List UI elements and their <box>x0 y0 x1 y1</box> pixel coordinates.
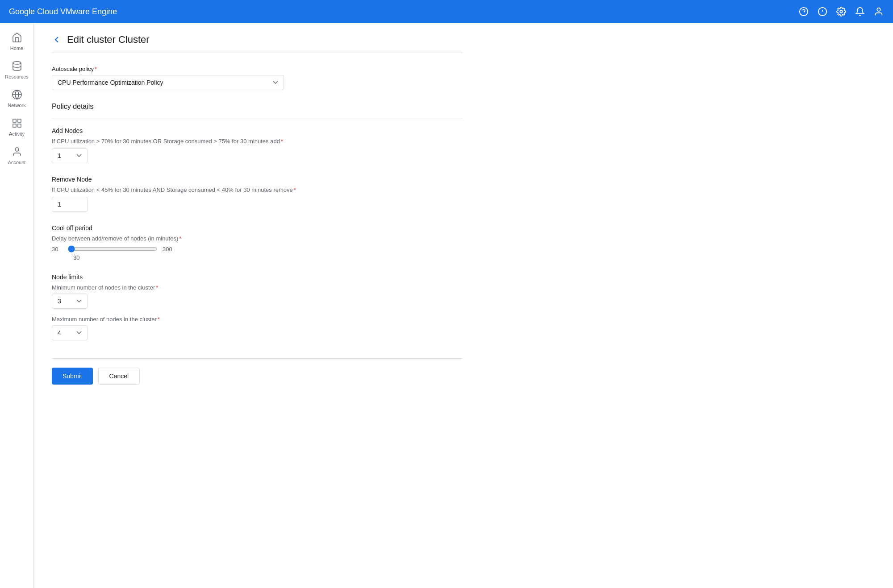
nav-icons <box>798 6 884 17</box>
sidebar-item-network[interactable]: Network <box>0 84 33 112</box>
remove-node-section: Remove Node If CPU utilization < 45% for… <box>52 176 463 212</box>
cool-off-label: Delay between add/remove of nodes (in mi… <box>52 235 463 242</box>
autoscale-select[interactable]: CPU Performance Optimization PolicyStora… <box>52 75 284 90</box>
sidebar-item-activity[interactable]: Activity <box>0 112 33 141</box>
help-icon[interactable] <box>798 6 809 17</box>
policy-details-section: Policy details Add Nodes If CPU utilizat… <box>52 103 463 340</box>
add-nodes-select[interactable]: 12345 <box>52 148 88 163</box>
sidebar-account-label: Account <box>8 160 26 165</box>
whatsnew-icon[interactable] <box>817 6 828 17</box>
max-nodes-label: Maximum number of nodes in the cluster* <box>52 316 463 323</box>
slider-max-label: 300 <box>163 246 173 253</box>
svg-rect-13 <box>13 124 16 127</box>
svg-point-7 <box>13 62 21 64</box>
autoscale-section: Autoscale policy* CPU Performance Optimi… <box>52 66 463 90</box>
min-nodes-select[interactable]: 345678 <box>52 294 88 309</box>
section-divider <box>52 118 463 118</box>
resources-icon <box>11 60 23 72</box>
policy-details-title: Policy details <box>52 103 463 111</box>
sidebar-network-label: Network <box>8 103 25 108</box>
account-icon[interactable] <box>873 6 884 17</box>
max-nodes-select[interactable]: 45678910 <box>52 325 88 340</box>
settings-icon[interactable] <box>836 6 847 17</box>
svg-point-5 <box>840 10 843 13</box>
button-row: Submit Cancel <box>52 358 463 385</box>
main-content: Edit cluster Cluster Autoscale policy* C… <box>34 23 480 395</box>
svg-point-6 <box>877 8 880 11</box>
slider-current-value: 30 <box>73 254 463 261</box>
cancel-button[interactable]: Cancel <box>98 368 140 385</box>
cool-off-title: Cool off period <box>52 224 463 232</box>
sidebar-home-label: Home <box>10 46 23 51</box>
cool-off-slider[interactable] <box>68 245 157 253</box>
sidebar-resources-label: Resources <box>5 74 29 79</box>
svg-rect-11 <box>18 119 21 122</box>
add-nodes-section: Add Nodes If CPU utilization > 70% for 3… <box>52 127 463 163</box>
add-nodes-title: Add Nodes <box>52 127 463 134</box>
max-nodes-group: Maximum number of nodes in the cluster* … <box>52 316 463 340</box>
svg-rect-10 <box>13 119 16 122</box>
remove-node-title: Remove Node <box>52 176 463 183</box>
back-button[interactable] <box>52 35 62 45</box>
sidebar-account-icon <box>11 145 23 158</box>
sidebar: Home Resources Network <box>0 23 34 395</box>
min-nodes-group: Minimum number of nodes in the cluster* … <box>52 284 463 309</box>
svg-rect-12 <box>18 124 21 127</box>
autoscale-label: Autoscale policy* <box>52 66 463 72</box>
network-icon <box>11 88 23 101</box>
cool-off-section: Cool off period Delay between add/remove… <box>52 224 463 261</box>
sidebar-item-resources[interactable]: Resources <box>0 55 33 84</box>
node-limits-section: Node limits Minimum number of nodes in t… <box>52 273 463 340</box>
node-limits-title: Node limits <box>52 273 463 281</box>
activity-icon <box>11 117 23 129</box>
add-nodes-condition: If CPU utilization > 70% for 30 minutes … <box>52 138 463 145</box>
home-icon <box>11 31 23 44</box>
page-header: Edit cluster Cluster <box>52 34 463 53</box>
notifications-icon[interactable] <box>855 6 865 17</box>
submit-button[interactable]: Submit <box>52 368 93 385</box>
min-nodes-label: Minimum number of nodes in the cluster* <box>52 284 463 291</box>
svg-point-14 <box>15 148 19 151</box>
remove-node-input[interactable] <box>52 197 88 212</box>
top-nav: Google Cloud VMware Engine <box>0 0 893 23</box>
remove-node-condition: If CPU utilization < 45% for 30 minutes … <box>52 186 463 193</box>
slider-container: 30 300 <box>52 245 463 253</box>
sidebar-item-account[interactable]: Account <box>0 141 33 170</box>
sidebar-activity-label: Activity <box>9 131 25 137</box>
page-title: Edit cluster Cluster <box>67 34 150 46</box>
app-title: Google Cloud VMware Engine <box>9 7 798 17</box>
slider-min-label: 30 <box>52 246 63 253</box>
sidebar-item-home[interactable]: Home <box>0 27 33 55</box>
